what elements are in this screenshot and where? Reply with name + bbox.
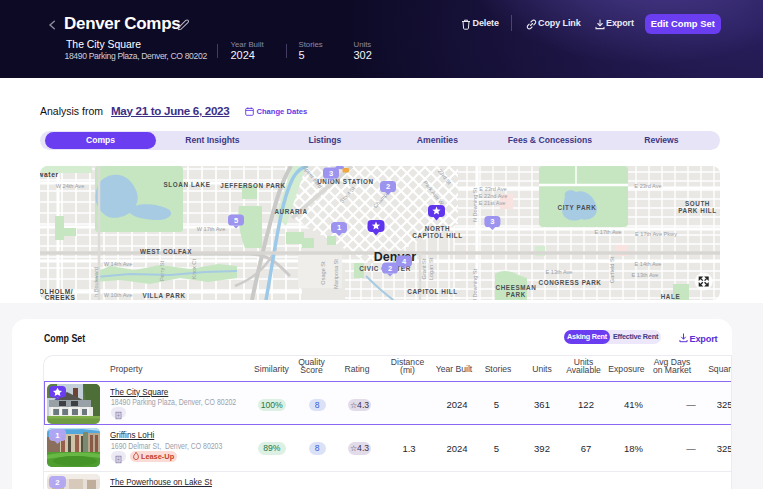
- svg-text:E 13th Ave: E 13th Ave: [632, 272, 659, 278]
- svg-text:W 10th Ave: W 10th Ave: [104, 292, 133, 298]
- svg-text:E 23rd Ave: E 23rd Ave: [479, 186, 506, 192]
- svg-text:1: 1: [55, 431, 60, 440]
- svg-text:3: 3: [490, 217, 494, 226]
- svg-text:jewater: jewater: [40, 171, 59, 179]
- svg-text:PARK: PARK: [506, 291, 526, 298]
- svg-text:E 14th Ave: E 14th Ave: [635, 261, 662, 267]
- svg-text:VILLA PARK: VILLA PARK: [142, 292, 185, 299]
- svg-text:CAPITOL HILL: CAPITOL HILL: [407, 288, 457, 295]
- svg-text:Logan St: Logan St: [428, 257, 434, 280]
- svg-text:Grant St: Grant St: [421, 258, 427, 279]
- svg-text:CONGRESS PARK: CONGRESS PARK: [539, 279, 602, 286]
- svg-text:Mariposa St: Mariposa St: [333, 259, 339, 289]
- svg-text:AURARIA: AURARIA: [274, 208, 307, 215]
- svg-text:W 14th Ave: W 14th Ave: [104, 261, 133, 267]
- svg-text:PARK HILL: PARK HILL: [678, 207, 717, 214]
- svg-text:E 17th Ave: E 17th Ave: [595, 229, 622, 235]
- svg-text:Osage St: Osage St: [320, 261, 326, 285]
- svg-text:3: 3: [329, 169, 333, 178]
- svg-text:CAPITOL HILL: CAPITOL HILL: [412, 232, 462, 239]
- svg-text:E 21st Ave: E 21st Ave: [479, 200, 506, 206]
- svg-text:CHEESMAN: CHEESMAN: [496, 284, 537, 291]
- svg-text:N Downing St: N Downing St: [472, 187, 478, 222]
- svg-text:W 17th Ave: W 17th Ave: [197, 226, 226, 232]
- svg-text:Perry St: Perry St: [159, 260, 165, 281]
- svg-text:N Downing St: N Downing St: [472, 268, 478, 300]
- svg-text:2: 2: [386, 182, 390, 191]
- svg-text:E 13th Ave: E 13th Ave: [546, 269, 573, 275]
- svg-text:SOUTH: SOUTH: [685, 200, 710, 207]
- svg-text:CITY PARK: CITY PARK: [558, 204, 597, 211]
- svg-text:O CREEKS: O CREEKS: [40, 294, 75, 300]
- svg-text:2: 2: [55, 478, 60, 487]
- svg-text:W 24th Ave: W 24th Ave: [56, 183, 85, 189]
- svg-text:NORTH: NORTH: [425, 225, 450, 232]
- svg-text:h Boulevard: h Boulevard: [93, 267, 99, 297]
- svg-text:2: 2: [388, 264, 392, 273]
- svg-text:Garfield St: Garfield St: [609, 256, 615, 283]
- svg-text:E 17th Ave Pkwy: E 17th Ave Pkwy: [635, 231, 677, 237]
- svg-text:SLOAN LAKE: SLOAN LAKE: [164, 181, 211, 188]
- svg-text:E 22nd Ave: E 22nd Ave: [479, 193, 508, 199]
- svg-text:UNION STATION: UNION STATION: [317, 178, 374, 185]
- svg-text:HALE: HALE: [661, 293, 681, 300]
- svg-text:Knox Ct: Knox Ct: [191, 259, 197, 279]
- svg-text:E 23rd Ave: E 23rd Ave: [634, 183, 661, 189]
- svg-text:WEST COLFAX: WEST COLFAX: [140, 248, 192, 255]
- svg-text:JEFFERSON PARK: JEFFERSON PARK: [220, 182, 285, 189]
